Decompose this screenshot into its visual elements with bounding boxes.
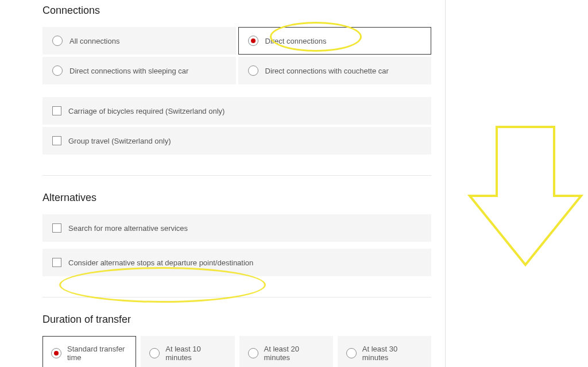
option-label: Group travel (Switzerland only)	[68, 137, 171, 145]
checkbox-group-travel[interactable]: Group travel (Switzerland only)	[42, 127, 431, 154]
option-label: Standard transfer time	[67, 345, 127, 362]
option-thirty-minutes[interactable]: At least 30 minutes	[338, 336, 431, 367]
divider	[42, 297, 431, 298]
alternatives-row-1: Search for more alternative services	[42, 214, 431, 242]
option-label: Direct connections with couchette car	[265, 67, 389, 75]
radio-icon	[248, 36, 258, 46]
option-label: At least 10 minutes	[165, 345, 226, 362]
option-standard-transfer[interactable]: Standard transfer time	[42, 336, 136, 367]
radio-icon	[248, 65, 258, 76]
checkbox-icon	[52, 136, 61, 145]
connections-title: Connections	[42, 5, 431, 17]
radio-icon	[248, 348, 258, 358]
checkbox-more-services[interactable]: Search for more alternative services	[42, 214, 431, 242]
radio-icon	[346, 348, 357, 358]
checkbox-bicycles[interactable]: Carriage of bicycles required (Switzerla…	[42, 97, 431, 125]
alternatives-row-2: Consider alternative stops at departure …	[42, 249, 431, 276]
option-label: Carriage of bicycles required (Switzerla…	[68, 107, 225, 115]
divider	[42, 175, 431, 176]
radio-icon	[52, 65, 63, 76]
arrow-down-icon	[465, 123, 586, 273]
option-label: At least 30 minutes	[362, 345, 423, 362]
option-couchette-car[interactable]: Direct connections with couchette car	[238, 57, 432, 84]
checkbox-icon	[52, 106, 61, 115]
option-label: All connections	[69, 37, 119, 45]
checkbox-icon	[52, 258, 61, 267]
checkbox-icon	[52, 223, 61, 233]
option-sleeping-car[interactable]: Direct connections with sleeping car	[42, 57, 236, 84]
transfer-row: Standard transfer time At least 10 minut…	[42, 336, 431, 367]
radio-icon	[51, 348, 61, 358]
radio-icon	[149, 348, 160, 358]
option-direct-connections[interactable]: Direct connections	[238, 27, 432, 55]
connections-row-2: Direct connections with sleeping car Dir…	[42, 57, 431, 84]
checkbox-alt-stops[interactable]: Consider alternative stops at departure …	[42, 249, 431, 276]
option-ten-minutes[interactable]: At least 10 minutes	[141, 336, 234, 367]
option-label: Search for more alternative services	[68, 224, 188, 233]
bicycles-row: Carriage of bicycles required (Switzerla…	[42, 97, 431, 125]
radio-icon	[52, 36, 63, 46]
group-row: Group travel (Switzerland only)	[42, 127, 431, 154]
transfer-title: Duration of transfer	[42, 314, 431, 326]
option-twenty-minutes[interactable]: At least 20 minutes	[239, 336, 333, 367]
option-label: Direct connections with sleeping car	[69, 67, 188, 75]
option-label: Direct connections	[265, 37, 327, 45]
alternatives-title: Alternatives	[42, 192, 431, 204]
option-all-connections[interactable]: All connections	[42, 27, 236, 55]
option-label: Consider alternative stops at departure …	[68, 258, 253, 267]
settings-panel: Connections All connections Direct conne…	[29, 0, 446, 367]
connections-row-1: All connections Direct connections	[42, 27, 431, 55]
option-label: At least 20 minutes	[264, 345, 324, 362]
